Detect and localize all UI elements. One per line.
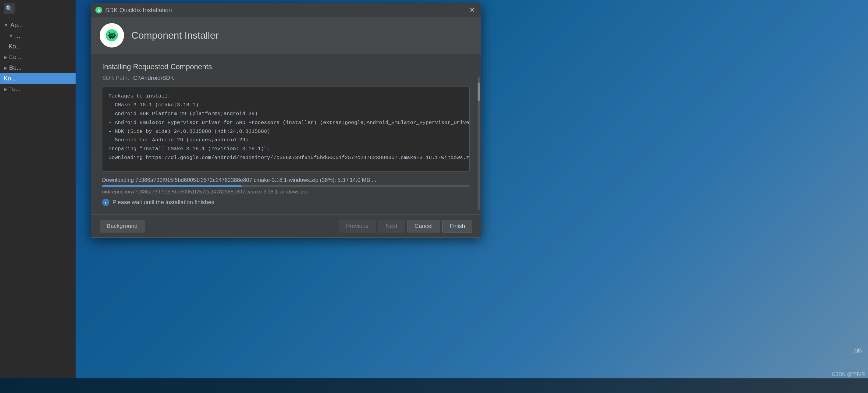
sidebar-item-label: Ko... (4, 75, 16, 82)
log-line: - NDK (Side by side) 24.0.8215888 (ndk;2… (108, 127, 463, 136)
info-note: i Please wait until the installation fin… (102, 199, 470, 206)
modal-titlebar: A SDK Quickfix Installation ✕ (91, 3, 480, 17)
svg-text:A: A (97, 8, 100, 12)
arrow-icon: ▼ (4, 23, 8, 28)
log-line: Preparing "Install CMake 3.18.1 (revisio… (108, 145, 463, 154)
sdk-path-row: SDK Path: C:\Android\SDK (102, 75, 470, 81)
sdk-path-value: C:\Android\SDK (133, 75, 174, 81)
log-output-box: Packages to install:- CMake 3.18.1 (cmak… (102, 86, 470, 171)
svg-text:AI: AI (111, 34, 113, 37)
background-button[interactable]: Background (100, 220, 145, 232)
sidebar-item-label: Ec... (9, 54, 21, 61)
section-title: Installing Requested Components (102, 62, 470, 71)
scrollbar-thumb (477, 83, 480, 101)
svg-rect-8 (113, 38, 113, 39)
info-icon: i (102, 199, 110, 206)
progress-bar-inner (102, 185, 242, 187)
finish-button[interactable]: Finish (442, 220, 472, 232)
sidebar-item-expand[interactable]: ▼ ... (0, 30, 75, 41)
sidebar-item-label: ... (15, 32, 21, 39)
modal-scrollbar[interactable] (477, 76, 480, 210)
sidebar-item-bu[interactable]: ▶ Bu... (0, 62, 75, 73)
sidebar-item-label: Ap... (10, 22, 23, 29)
details-hint: ails (854, 348, 862, 354)
sdk-quickfix-modal: A SDK Quickfix Installation ✕ (91, 3, 481, 238)
search-button[interactable]: 🔍 (4, 3, 14, 14)
log-line: - Android Emulator Hypervisor Driver for… (108, 119, 463, 127)
next-button[interactable]: Next (378, 220, 404, 232)
sidebar-item-to[interactable]: ▶ To... (0, 84, 75, 94)
sidebar-item-label: Ko... (8, 43, 21, 50)
log-line: Packages to install: (108, 92, 463, 101)
component-installer-title: Component Installer (131, 30, 219, 41)
log-line: - Android SDK Platform 29 (platforms;and… (108, 110, 463, 119)
sidebar-item-label: To... (9, 86, 21, 93)
search-icon: 🔍 (5, 5, 13, 12)
sidebar-item-app[interactable]: ▼ Ap... (0, 20, 75, 30)
csdn-watermark: CSDN @至IVR (832, 371, 865, 378)
log-line: - CMake 3.18.1 (cmake;3.18.1) (108, 101, 463, 110)
sidebar-nav: ▼ Ap... ▼ ... Ko... ▶ Ec... ▶ Bu... Ko..… (0, 18, 75, 379)
sidebar-item-ko2[interactable]: Ko... (0, 73, 75, 84)
cancel-button[interactable]: Cancel (407, 220, 439, 232)
component-installer-logo: AI (100, 23, 124, 47)
modal-header: AI Component Installer (91, 17, 480, 54)
info-text: Please wait until the installation finis… (113, 199, 214, 206)
footer-right: Previous Next Cancel Finish (339, 220, 472, 232)
arrow-icon: ▶ (4, 86, 7, 92)
arrow-icon: ▶ (4, 65, 7, 71)
log-line: - Sources for Android 29 (sources;androi… (108, 136, 463, 145)
close-icon: ✕ (469, 6, 475, 14)
progress-bar-outer (102, 185, 470, 187)
modal-title-text: SDK Quickfix Installation (105, 7, 468, 14)
modal-close-button[interactable]: ✕ (468, 6, 476, 14)
sidebar-item-ec[interactable]: ▶ Ec... (0, 52, 75, 62)
sdk-path-label: SDK Path: (102, 75, 129, 81)
modal-footer: Background Previous Next Cancel Finish (91, 215, 480, 237)
taskbar: CSDN @至IVR (0, 379, 868, 393)
android-studio-icon: AI (103, 27, 120, 44)
log-line: Downloading https://dl.google.com/androi… (108, 154, 463, 162)
footer-left: Background (100, 220, 145, 232)
sidebar-item-ko1[interactable]: Ko... (0, 41, 75, 52)
svg-point-6 (113, 34, 114, 36)
svg-rect-7 (110, 38, 111, 39)
android-icon: A (95, 7, 102, 13)
modal-overlay: A SDK Quickfix Installation ✕ (75, 0, 868, 379)
sidebar-top: 🔍 (0, 0, 75, 18)
modal-content: Installing Requested Components SDK Path… (91, 54, 480, 215)
ide-sidebar: 🔍 ▼ Ap... ▼ ... Ko... ▶ Ec... ▶ Bu... Ko… (0, 0, 75, 379)
sidebar-item-label: Bu... (9, 64, 22, 71)
previous-button[interactable]: Previous (339, 220, 375, 232)
progress-url: oid/repository/7c386a739f915f5bd60051f25… (102, 189, 470, 195)
progress-text: Downloading 7c386a739f915f5bd60051f2572c… (102, 177, 470, 184)
arrow-icon: ▼ (8, 33, 13, 39)
progress-area: Downloading 7c386a739f915f5bd60051f2572c… (102, 177, 470, 195)
arrow-icon: ▶ (4, 54, 7, 60)
